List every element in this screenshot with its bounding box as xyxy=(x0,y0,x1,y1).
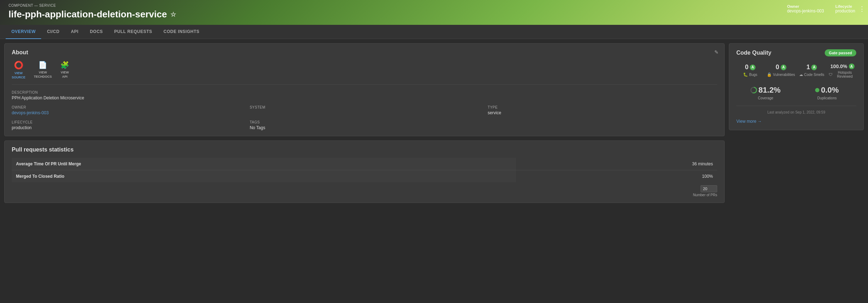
bug-icon: 🐛 xyxy=(743,72,748,77)
smells-badge: A xyxy=(811,65,817,70)
system-field: SYSTEM xyxy=(250,105,479,115)
tab-cicd[interactable]: CI/CD xyxy=(41,25,65,39)
metric-coverage: 81.2% Coverage xyxy=(736,86,795,100)
pr-footer: 20 50 100 ▼ Number of PRs xyxy=(12,185,717,197)
gate-badge: Gate passed xyxy=(825,49,856,56)
vuln-label: 🔒 Vulnerabilities xyxy=(767,72,795,77)
left-panel: About ✎ ⭕ VIEWSOURCE 📄 VIEWTECHDOCS 🧩 VI… xyxy=(4,43,725,203)
shield-icon: 🛡 xyxy=(829,72,833,77)
smells-value: 1 xyxy=(806,64,810,71)
view-source-label: VIEWSOURCE xyxy=(12,71,26,79)
description-field: DESCRIPTION PPH Application Deletion Mic… xyxy=(12,90,717,100)
view-api-action[interactable]: 🧩 VIEWAPI xyxy=(60,61,69,79)
pr-number-select[interactable]: 20 50 100 xyxy=(701,185,717,192)
hotspots-value: 100.0% xyxy=(830,64,847,69)
type-field-label: TYPE xyxy=(488,105,717,109)
metric-hotspots-top: 100.0% A xyxy=(829,64,856,69)
quality-metrics-row2: 81.2% Coverage 0.0% Duplications xyxy=(736,86,856,100)
tags-field-value: No Tags xyxy=(250,125,479,130)
smells-label: ☁ Code Smells xyxy=(798,72,825,77)
nav-tabs: OVERVIEW CI/CD API DOCS PULL REQUESTS CO… xyxy=(0,25,868,39)
view-source-action[interactable]: ⭕ VIEWSOURCE xyxy=(12,61,26,79)
quality-date: Last analyzed on Sep 1, 2022, 09:59 xyxy=(736,110,856,114)
system-field-label: SYSTEM xyxy=(250,105,479,109)
favorite-icon[interactable]: ☆ xyxy=(170,11,176,18)
lifecycle-meta: Lifecycle production xyxy=(835,4,855,13)
view-techdocs-label: VIEWTECHDOCS xyxy=(34,71,52,79)
metric-vulnerabilities: 0 A 🔒 Vulnerabilities xyxy=(767,64,795,78)
vuln-text: Vulnerabilities xyxy=(773,73,795,77)
duplications-label: Duplications xyxy=(798,96,856,100)
smells-text: Code Smells xyxy=(804,73,824,77)
header-meta: Owner devops-jenkins-003 Lifecycle produ… xyxy=(787,4,855,13)
view-api-label: VIEWAPI xyxy=(61,71,69,79)
lock-icon: 🔒 xyxy=(767,72,772,77)
pr-row-value-2: 100% xyxy=(516,170,717,183)
owner-field-value[interactable]: devops-jenkins-003 xyxy=(12,110,241,115)
owner-meta: Owner devops-jenkins-003 xyxy=(787,4,824,13)
edit-icon[interactable]: ✎ xyxy=(714,49,719,55)
duplications-top: 0.0% xyxy=(798,86,856,95)
quality-header: Code Quality Gate passed xyxy=(736,49,856,56)
bugs-badge: A xyxy=(750,65,756,70)
table-row: Average Time Of PR Until Merge 36 minute… xyxy=(12,158,717,170)
owner-field-label: OWNER xyxy=(12,105,241,109)
api-icon: 🧩 xyxy=(60,61,69,69)
right-panel: Code Quality Gate passed 0 A 🐛 Bugs xyxy=(729,43,864,203)
metric-code-smells: 1 A ☁ Code Smells xyxy=(798,64,825,78)
owner-field: OWNER devops-jenkins-003 xyxy=(12,105,241,115)
metric-bugs-top: 0 A xyxy=(736,64,764,71)
metric-hotspots: 100.0% A 🛡 Hotspots Reviewed xyxy=(829,64,856,78)
tab-overview[interactable]: OVERVIEW xyxy=(6,25,41,39)
quality-title: Code Quality xyxy=(736,50,771,56)
pull-requests-card: Pull requests statistics Average Time Of… xyxy=(4,141,725,203)
techdocs-icon: 📄 xyxy=(38,61,47,69)
quality-footer: Last analyzed on Sep 1, 2022, 09:59 View… xyxy=(736,106,856,124)
cloud-icon: ☁ xyxy=(799,72,803,77)
type-field: TYPE service xyxy=(488,105,717,115)
pr-title: Pull requests statistics xyxy=(12,147,717,153)
vuln-value: 0 xyxy=(776,64,779,71)
bugs-value: 0 xyxy=(745,64,748,71)
about-title: About xyxy=(12,49,717,56)
metric-bugs: 0 A 🐛 Bugs xyxy=(736,64,764,78)
breadcrumb: COMPONENT — SERVICE xyxy=(9,4,859,7)
tags-field: TAGS No Tags xyxy=(250,120,479,130)
more-menu-icon[interactable]: ⋮ xyxy=(859,5,865,13)
coverage-value: 81.2% xyxy=(758,86,780,95)
view-techdocs-action[interactable]: 📄 VIEWTECHDOCS xyxy=(34,61,52,79)
view-more-link[interactable]: View more → xyxy=(736,119,762,124)
tab-api[interactable]: API xyxy=(65,25,84,39)
source-icon: ⭕ xyxy=(14,61,23,70)
pr-row-label-1: Average Time Of PR Until Merge xyxy=(12,158,516,170)
metric-smells-top: 1 A xyxy=(798,64,825,71)
about-actions: ⭕ VIEWSOURCE 📄 VIEWTECHDOCS 🧩 VIEWAPI xyxy=(12,61,717,85)
title-text: life-pph-application-deletion-service xyxy=(9,9,167,20)
code-quality-card: Code Quality Gate passed 0 A 🐛 Bugs xyxy=(729,43,864,130)
owner-value: devops-jenkins-003 xyxy=(787,9,824,13)
bugs-text: Bugs xyxy=(749,73,757,77)
tab-code-insights[interactable]: CODE INSIGHTS xyxy=(158,25,205,39)
metric-vuln-top: 0 A xyxy=(767,64,795,71)
lifecycle-label: Lifecycle xyxy=(835,4,855,9)
metric-duplications: 0.0% Duplications xyxy=(798,86,856,100)
page-header: COMPONENT — SERVICE life-pph-application… xyxy=(0,0,868,25)
main-content: About ✎ ⭕ VIEWSOURCE 📄 VIEWTECHDOCS 🧩 VI… xyxy=(0,39,868,207)
type-field-value: service xyxy=(488,110,717,115)
table-row: Merged To Closed Ratio 100% xyxy=(12,170,717,183)
vuln-badge: A xyxy=(781,65,786,70)
lifecycle-value: production xyxy=(835,9,855,13)
pr-number-label: Number of PRs xyxy=(693,193,717,197)
pr-row-label-2: Merged To Closed Ratio xyxy=(12,170,516,183)
page-title: life-pph-application-deletion-service ☆ xyxy=(9,9,859,20)
bugs-label: 🐛 Bugs xyxy=(736,72,764,77)
description-value: PPH Application Deletion Microservice xyxy=(12,95,717,100)
tab-docs[interactable]: DOCS xyxy=(84,25,109,39)
lifecycle-field-label: LIFECYCLE xyxy=(12,120,241,124)
duplications-value: 0.0% xyxy=(821,86,839,95)
coverage-donut-icon xyxy=(751,87,757,93)
lifecycle-field: LIFECYCLE production xyxy=(12,120,241,130)
about-card: About ✎ ⭕ VIEWSOURCE 📄 VIEWTECHDOCS 🧩 VI… xyxy=(4,43,725,136)
description-label: DESCRIPTION xyxy=(12,90,717,94)
tab-pull-requests[interactable]: PULL REQUESTS xyxy=(109,25,158,39)
